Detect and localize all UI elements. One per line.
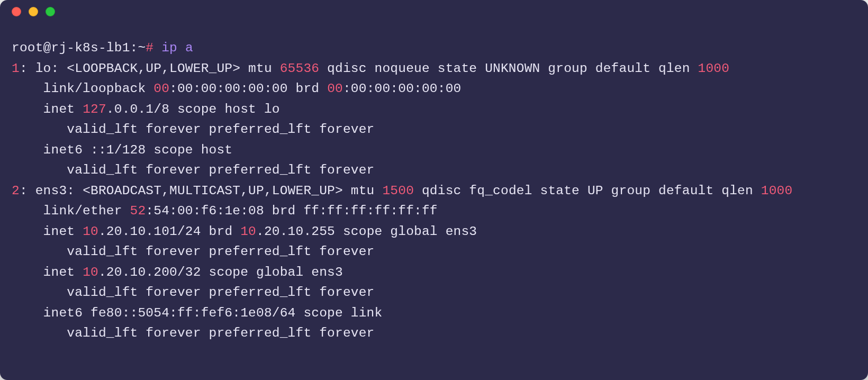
shell-command: ip a (161, 41, 193, 55)
output-segment: :00:00:00:00:00 brd (169, 82, 327, 96)
output-segment: 00 (153, 82, 169, 96)
output-segment: 1 (12, 61, 20, 76)
shell-prompt-hash: # (146, 41, 153, 55)
output-segment: qdisc noqueue state UNKNOWN group defaul… (319, 61, 698, 76)
output-segment: inet (12, 265, 83, 279)
output-segment: .20.10.255 scope global ens3 (256, 224, 477, 239)
output-segment: link/ether (12, 204, 130, 218)
shell-prompt-cwd: :~ (130, 41, 146, 55)
output-segment: link/loopback (12, 82, 153, 96)
output-segment: valid_lft forever preferred_lft forever (12, 285, 375, 300)
output-segment: :54:00:f6:1e:08 brd ff:ff:ff:ff:ff:ff (146, 204, 437, 218)
output-segment: 2 (12, 184, 20, 198)
output-segment: 127 (83, 102, 106, 116)
output-segment: 10 (240, 224, 256, 239)
output-segment: 52 (130, 204, 146, 218)
output-segment: inet (12, 224, 83, 239)
zoom-icon[interactable] (46, 7, 55, 16)
output-segment: 00 (327, 82, 343, 96)
output-segment: inet6 fe80::5054:ff:fef6:1e08/64 scope l… (12, 306, 390, 320)
spacer (153, 41, 161, 55)
terminal-body[interactable]: root@rj-k8s-lb1:~# ip a 1: lo: <LOOPBACK… (0, 23, 868, 356)
minimize-icon[interactable] (29, 7, 38, 16)
output-segment: 1000 (698, 61, 730, 76)
output-segment: : lo: <LOOPBACK,UP,LOWER_UP> mtu (20, 61, 280, 76)
output-segment: : ens3: <BROADCAST,MULTICAST,UP,LOWER_UP… (20, 184, 383, 198)
output-segment: .20.10.200/32 scope global ens3 (98, 265, 343, 279)
output-segment: inet6 ::1/128 scope host (12, 143, 240, 157)
terminal-output: 1: lo: <LOOPBACK,UP,LOWER_UP> mtu 65536 … (12, 61, 792, 341)
output-segment: valid_lft forever preferred_lft forever (12, 163, 375, 177)
titlebar (0, 0, 868, 23)
shell-prompt-userhost: root@rj-k8s-lb1 (12, 41, 130, 55)
output-segment: valid_lft forever preferred_lft forever (12, 245, 375, 259)
output-segment: 1500 (382, 184, 414, 198)
terminal-window: root@rj-k8s-lb1:~# ip a 1: lo: <LOOPBACK… (0, 0, 868, 380)
output-segment: 65536 (280, 61, 320, 76)
output-segment: 1000 (761, 184, 793, 198)
output-segment: valid_lft forever preferred_lft forever (12, 326, 375, 340)
output-segment: inet (12, 102, 83, 116)
output-segment: :00:00:00:00:00 (343, 82, 462, 96)
output-segment: .20.10.101/24 brd (98, 224, 240, 239)
output-segment: 10 (83, 265, 98, 279)
output-segment: valid_lft forever preferred_lft forever (12, 122, 375, 137)
output-segment: qdisc fq_codel state UP group default ql… (414, 184, 761, 198)
output-segment: 10 (83, 224, 98, 239)
close-icon[interactable] (12, 7, 21, 16)
output-segment: .0.0.1/8 scope host lo (106, 102, 280, 116)
